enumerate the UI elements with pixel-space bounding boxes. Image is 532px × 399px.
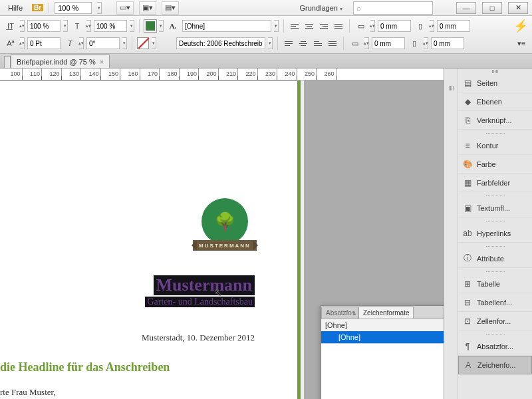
dock-farbfelder[interactable]: ▦Farbfelder xyxy=(458,174,532,192)
stepper[interactable]: ▴▾ xyxy=(20,37,25,49)
company-tagline[interactable]: Garten- und Landschaftsbau xyxy=(145,297,255,307)
dock-hyperlinks[interactable]: abHyperlinks xyxy=(458,224,532,243)
dock-divider xyxy=(458,217,532,224)
dock-textumfluss[interactable]: ▣Textumfl... xyxy=(458,199,532,217)
scale-field[interactable] xyxy=(94,20,127,32)
stepper[interactable]: ▴▾ xyxy=(364,37,369,49)
maximize-button[interactable]: □ xyxy=(482,2,502,14)
skew-field[interactable] xyxy=(86,37,120,49)
tab-overflow-icon[interactable] xyxy=(4,56,11,68)
char-leading-icon: I͟T xyxy=(4,19,17,33)
dock-divider xyxy=(458,192,532,199)
inset-right-icon: ▯ xyxy=(408,37,421,50)
justify-all-icon[interactable] xyxy=(327,37,338,49)
caret[interactable]: ▾ xyxy=(122,37,127,49)
tab-character-styles[interactable]: Zeichenformate xyxy=(358,307,414,319)
dock-tabelle[interactable]: ⊞Tabelle xyxy=(458,275,532,293)
ruler-tick: 160 xyxy=(120,68,140,80)
tab-paragraph-styles[interactable]: Absatzfo⇅ xyxy=(321,307,358,319)
stepper[interactable]: ▴▾ xyxy=(86,20,91,32)
caret[interactable]: ▾ xyxy=(274,20,279,32)
align-bot-icon[interactable] xyxy=(312,37,324,49)
company-name[interactable]: Mustermann xyxy=(154,275,255,295)
fill-swatch[interactable] xyxy=(144,20,156,32)
page[interactable]: 🌳 MUSTERMANN Mustermann ↖ Garten- und La… xyxy=(0,80,301,399)
align-left-icon[interactable] xyxy=(289,20,301,32)
dock-expand-strip[interactable] xyxy=(444,68,458,399)
dock-divider xyxy=(458,130,532,136)
menu-help[interactable]: Hilfe xyxy=(4,3,27,13)
stepper[interactable]: ▴▾ xyxy=(430,20,434,32)
view-options-icon[interactable]: ▭▾ xyxy=(116,1,134,15)
screen-mode-icon[interactable]: ▣▾ xyxy=(139,1,156,15)
inset-left-field[interactable] xyxy=(437,20,470,32)
search-field[interactable]: ⌕ xyxy=(353,1,433,15)
bridge-badge[interactable]: Br xyxy=(32,4,43,11)
inset-top-field[interactable] xyxy=(378,20,411,32)
language-field[interactable] xyxy=(176,37,265,49)
dock-label: Hyperlinks xyxy=(477,229,511,237)
char-style-field[interactable] xyxy=(182,20,271,32)
dock-kontur[interactable]: ≡Kontur xyxy=(458,136,532,155)
caret[interactable]: ▾ xyxy=(152,37,156,49)
dock-seiten[interactable]: ▤Seiten xyxy=(458,74,532,92)
letter-salutation[interactable]: rte Frau Muster, xyxy=(0,387,56,398)
align-mid-icon[interactable] xyxy=(297,37,309,49)
minimize-button[interactable]: — xyxy=(456,2,476,14)
justify-icon[interactable] xyxy=(332,20,344,32)
letter-headline[interactable]: die Headline für das Anschreiben xyxy=(0,360,170,374)
dock-farbe[interactable]: 🎨Farbe xyxy=(458,155,532,174)
align-right-icon[interactable] xyxy=(318,20,330,32)
caret[interactable]: ▾ xyxy=(130,20,134,32)
stepper[interactable]: ▴▾ xyxy=(424,37,428,49)
zoom-caret[interactable]: ▾ xyxy=(97,2,102,14)
stepper[interactable]: ▴▾ xyxy=(370,20,375,32)
zoom-field[interactable] xyxy=(55,2,92,14)
baseline-field[interactable] xyxy=(27,37,61,49)
ruler-tick: 210 xyxy=(219,68,239,80)
dock-tabellenformate[interactable]: ⊟Tabellenf... xyxy=(458,293,532,312)
absatzformate-icon: ¶ xyxy=(462,341,473,352)
dock-label: Farbfelder xyxy=(477,179,510,187)
document-title: Briefpapier.indd @ 75 % xyxy=(17,58,96,66)
dock-verknuepfungen[interactable]: ⎘Verknüpf... xyxy=(458,111,532,130)
dock-grip[interactable] xyxy=(458,68,532,74)
character-styles-panel[interactable]: Absatzfo⇅ Zeichenformate ▸▸ ▾≡ [Ohne] ⚡ … xyxy=(321,305,458,399)
workspace-switcher[interactable]: Grundlagen ▾ xyxy=(294,3,348,13)
dock-attribute[interactable]: ⓘAttribute xyxy=(458,249,532,268)
company-logo[interactable]: 🌳 MUSTERMANN xyxy=(186,198,263,251)
zeichenformate-icon: A xyxy=(463,360,473,370)
ruler-tick: 120 xyxy=(42,68,62,80)
styles-list[interactable]: ▲ xyxy=(321,343,457,399)
ruler-tick: 100 xyxy=(3,68,23,80)
dock-zellenformate[interactable]: ⊡Zellenfor... xyxy=(458,312,532,331)
close-tab-icon[interactable]: × xyxy=(100,58,104,66)
leading-field[interactable] xyxy=(27,20,61,32)
textumfluss-icon: ▣ xyxy=(462,203,473,213)
dock-ebenen[interactable]: ◆Ebenen xyxy=(458,92,532,111)
close-window-button[interactable]: ✕ xyxy=(508,2,528,14)
document-tab[interactable]: Briefpapier.indd @ 75 % × xyxy=(11,55,110,68)
dock-absatzformate[interactable]: ¶Absatzfor... xyxy=(458,337,532,356)
horizontal-ruler: 1001101201301401501601701801902002102202… xyxy=(0,68,458,80)
ruler-tick: 150 xyxy=(101,68,121,80)
stepper[interactable]: ▴▾ xyxy=(79,37,84,49)
stepper[interactable]: ▴▾ xyxy=(20,20,25,32)
attribute-icon: ⓘ xyxy=(462,253,473,264)
quick-apply-icon[interactable]: ⚡ xyxy=(513,19,528,33)
align-top-icon[interactable] xyxy=(283,37,295,49)
canvas[interactable]: 1001101201301401501601701801902002102202… xyxy=(0,68,458,399)
align-center-icon[interactable] xyxy=(303,20,315,32)
caret[interactable]: ▾ xyxy=(159,20,164,32)
panel-current-style[interactable]: [Ohne] ⚡ xyxy=(321,319,457,331)
inset-right-field[interactable] xyxy=(431,37,464,49)
letter-date[interactable]: Musterstadt, 10. Dezember 2012 xyxy=(142,332,255,343)
caret[interactable]: ▾ xyxy=(63,20,68,32)
stroke-swatch[interactable] xyxy=(137,37,149,49)
panel-menu-icon[interactable]: ▾≡ xyxy=(515,37,528,50)
inset-bottom-field[interactable] xyxy=(372,37,405,49)
caret[interactable]: ▾ xyxy=(268,37,273,49)
style-item-selected[interactable]: [Ohne] ✎ xyxy=(321,331,457,343)
arrange-icon[interactable]: ▤▾ xyxy=(162,1,179,15)
dock-zeichenformate[interactable]: AZeichenfo... xyxy=(458,356,532,374)
